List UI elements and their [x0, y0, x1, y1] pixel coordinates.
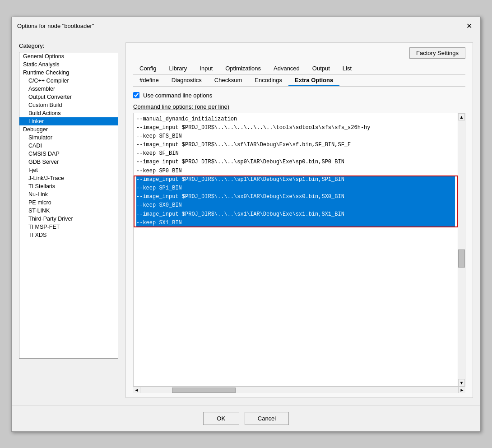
category-label: Category:: [19, 42, 118, 49]
category-item-third-party-driver[interactable]: Third-Party Driver: [19, 215, 118, 223]
category-item-jlink-jtrace[interactable]: J-Link/J-Trace: [19, 174, 118, 182]
category-item-st-link[interactable]: ST-LINK: [19, 207, 118, 215]
scroll-thumb[interactable]: [458, 249, 465, 268]
category-item-debugger[interactable]: Debugger: [19, 125, 118, 134]
use-cmdline-label[interactable]: Use command line options: [143, 92, 212, 99]
category-item-cadi[interactable]: CADI: [19, 142, 118, 150]
close-button[interactable]: ✕: [464, 21, 475, 31]
h-scroll-thumb[interactable]: [172, 388, 236, 393]
category-item-assembler[interactable]: Assembler: [19, 85, 118, 93]
main-dialog: Options for node "bootloader" ✕ Category…: [11, 17, 481, 432]
scroll-down-button[interactable]: ▼: [458, 379, 465, 386]
cmd-line-1[interactable]: --image_input $PROJ_DIR$\..\..\..\..\..\…: [136, 124, 455, 132]
category-item-gdb-server[interactable]: GDB Server: [19, 158, 118, 166]
cancel-button[interactable]: Cancel: [245, 412, 289, 425]
tab-advanced[interactable]: Advanced: [267, 63, 306, 74]
tab-extra-options[interactable]: Extra Options: [288, 75, 339, 86]
dialog-footer: OK Cancel: [12, 405, 480, 431]
category-item-ti-stellaris[interactable]: TI Stellaris: [19, 182, 118, 190]
tabs-row1: ConfigLibraryInputOptimizationsAdvancedO…: [133, 63, 465, 75]
cmd-line-9[interactable]: --image_input $PROJ_DIR$\..\..\sx0\IAR\D…: [136, 193, 455, 201]
category-item-nu-link[interactable]: Nu-Link: [19, 190, 118, 199]
cmd-line-12[interactable]: --keep SX1_BIN: [136, 219, 455, 227]
category-item-i-jet[interactable]: I-jet: [19, 166, 118, 174]
scroll-track[interactable]: [458, 120, 465, 379]
left-panel: Category: General OptionsStatic Analysis…: [19, 42, 118, 398]
use-cmdline-row: Use command line options: [133, 92, 465, 99]
h-scroll-left-button[interactable]: ◄: [133, 387, 140, 393]
tab-library[interactable]: Library: [163, 63, 194, 74]
category-item-output-converter[interactable]: Output Converter: [19, 93, 118, 101]
dialog-title: Options for node "bootloader": [17, 23, 94, 29]
tab-encodings[interactable]: Encodings: [248, 75, 288, 86]
cmd-line-5[interactable]: --image_input $PROJ_DIR$\..\..\sp0\IAR\D…: [136, 158, 455, 166]
category-item-pe-micro[interactable]: PE micro: [19, 199, 118, 207]
cmd-line-0[interactable]: --manual_dynamic_initialization: [136, 115, 455, 124]
title-bar: Options for node "bootloader" ✕: [12, 17, 480, 35]
cmd-line-3[interactable]: --image_input $PROJ_DIR$\..\..\sf\IAR\De…: [136, 141, 455, 149]
cmd-line-4[interactable]: --keep SF_BIN: [136, 149, 455, 158]
category-item-general-options[interactable]: General Options: [19, 52, 118, 60]
horizontal-scrollbar[interactable]: ◄ ►: [133, 387, 465, 393]
scroll-up-button[interactable]: ▲: [458, 113, 465, 120]
cmd-line-6[interactable]: --keep SP0_BIN: [136, 167, 455, 176]
h-scroll-right-button[interactable]: ►: [458, 387, 465, 393]
tab-list[interactable]: List: [336, 63, 358, 74]
editor-wrapper: --manual_dynamic_initialization--image_i…: [133, 113, 465, 387]
tab-input[interactable]: Input: [193, 63, 219, 74]
cmd-line-10[interactable]: --keep SX0_BIN: [136, 201, 455, 210]
cmdline-editor[interactable]: --manual_dynamic_initialization--image_i…: [134, 113, 458, 386]
ok-button[interactable]: OK: [203, 412, 239, 425]
cmd-line-11[interactable]: --image_input $PROJ_DIR$\..\..\sx1\IAR\D…: [136, 210, 455, 219]
tab-optimizations[interactable]: Optimizations: [219, 63, 267, 74]
factory-settings-row: Factory Settings: [133, 47, 465, 59]
tab-output[interactable]: Output: [306, 63, 336, 74]
category-item-simulator[interactable]: Simulator: [19, 134, 118, 142]
tab-define[interactable]: #define: [133, 75, 165, 86]
cmd-line-8[interactable]: --keep SP1_BIN: [136, 184, 455, 193]
cmdline-options-label: Command line options: (one per line): [133, 103, 465, 110]
right-panel: Factory Settings ConfigLibraryInputOptim…: [125, 42, 473, 398]
factory-settings-button[interactable]: Factory Settings: [409, 47, 465, 59]
category-item-build-actions[interactable]: Build Actions: [19, 109, 118, 117]
tabs-row2: #defineDiagnosticsChecksumEncodingsExtra…: [133, 75, 465, 87]
category-item-cmsis-dap[interactable]: CMSIS DAP: [19, 150, 118, 158]
h-scroll-track[interactable]: [140, 387, 458, 393]
cmd-line-2[interactable]: --keep SFS_BIN: [136, 132, 455, 141]
category-item-cpp-compiler[interactable]: C/C++ Compiler: [19, 77, 118, 85]
category-item-ti-msp-fet[interactable]: TI MSP-FET: [19, 223, 118, 231]
vertical-scrollbar[interactable]: ▲ ▼: [458, 113, 465, 386]
category-item-runtime-checking[interactable]: Runtime Checking: [19, 69, 118, 77]
tab-checksum[interactable]: Checksum: [208, 75, 248, 86]
category-item-ti-xds[interactable]: TI XDS: [19, 231, 118, 239]
use-cmdline-checkbox[interactable]: [133, 92, 139, 98]
category-item-static-analysis[interactable]: Static Analysis: [19, 60, 118, 69]
tab-diagnostics[interactable]: Diagnostics: [165, 75, 208, 86]
cmd-line-7[interactable]: --image_input $PROJ_DIR$\..\..\sp1\IAR\D…: [136, 176, 455, 184]
category-list: General OptionsStatic AnalysisRuntime Ch…: [19, 52, 118, 359]
category-item-custom-build[interactable]: Custom Build: [19, 101, 118, 109]
category-item-linker[interactable]: Linker: [19, 117, 118, 125]
tab-config[interactable]: Config: [133, 63, 163, 74]
dialog-body: Category: General OptionsStatic Analysis…: [12, 35, 480, 405]
